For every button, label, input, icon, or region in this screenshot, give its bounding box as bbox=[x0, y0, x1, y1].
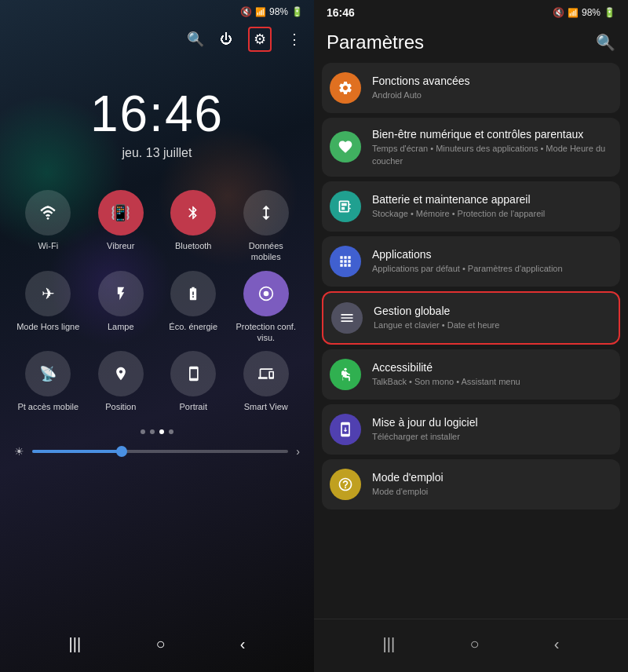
gestion-globale-icon bbox=[331, 302, 363, 334]
mode-emploi-icon bbox=[330, 469, 361, 500]
dot-3 bbox=[159, 429, 164, 434]
toggle-btn-battery-save[interactable] bbox=[170, 271, 216, 316]
signal-icon-right: 📶 bbox=[568, 8, 579, 18]
nav-home-button-right[interactable]: ○ bbox=[463, 629, 485, 659]
settings-list: Fonctions avancées Android Auto Bien-êtr… bbox=[314, 63, 628, 619]
toggle-item-wifi: Wi-Fi bbox=[16, 190, 81, 263]
toggle-btn-vibrate[interactable]: 📳 bbox=[98, 190, 144, 236]
gestion-globale-subtitle: Langue et clavier • Date et heure bbox=[374, 320, 611, 331]
toggle-item-flashlight: Lampe bbox=[89, 271, 154, 344]
batterie-icon bbox=[330, 191, 361, 222]
nav-recents-button-right[interactable]: ||| bbox=[377, 629, 402, 659]
toggle-label-battery-save: Éco. énergie bbox=[169, 321, 217, 332]
toggle-item-hotspot: 📡 Pt accès mobile bbox=[16, 351, 81, 412]
settings-item-mode-emploi[interactable]: Mode d'emploi Mode d'emploi bbox=[322, 459, 620, 509]
toggle-btn-portrait[interactable] bbox=[170, 351, 216, 396]
toggle-btn-data[interactable] bbox=[243, 190, 289, 236]
batterie-text: Batterie et maintenance appareil Stockag… bbox=[372, 192, 612, 221]
settings-search-button[interactable]: 🔍 bbox=[596, 33, 615, 52]
accessibilite-subtitle: TalkBack • Son mono • Assistant menu bbox=[372, 376, 612, 388]
mute-icon: 🔇 bbox=[240, 6, 252, 17]
settings-item-fonctions-avancees[interactable]: Fonctions avancées Android Auto bbox=[322, 63, 620, 113]
settings-item-applications[interactable]: Applications Applications par défaut • P… bbox=[322, 236, 620, 287]
dot-1 bbox=[141, 429, 145, 434]
signal-icon: 📶 bbox=[255, 7, 266, 17]
settings-item-mise-a-jour[interactable]: Mise à jour du logiciel Télécharger et i… bbox=[322, 404, 620, 455]
toggle-label-eye-comfort: Protection conf. visu. bbox=[234, 321, 299, 344]
left-panel: 🔇 📶 98% 🔋 🔍 ⏻ ⚙ ⋮ 16:46 jeu. 13 juillet bbox=[0, 0, 314, 672]
mode-emploi-subtitle: Mode d'emploi bbox=[372, 486, 612, 498]
more-quick-icon[interactable]: ⋮ bbox=[287, 31, 301, 48]
nav-home-button[interactable]: ○ bbox=[149, 629, 171, 659]
toggle-item-airplane: ✈ Mode Hors ligne bbox=[16, 271, 81, 344]
svg-point-0 bbox=[47, 217, 49, 220]
settings-quick-icon[interactable]: ⚙ bbox=[248, 27, 272, 52]
settings-item-gestion-globale[interactable]: Gestion globale Langue et clavier • Date… bbox=[322, 291, 620, 345]
battery-text-right: 98% bbox=[582, 7, 601, 18]
toggle-item-data: Données mobiles bbox=[234, 190, 299, 263]
mode-emploi-title: Mode d'emploi bbox=[372, 470, 612, 484]
accessibilite-title: Accessibilité bbox=[372, 360, 612, 374]
settings-item-batterie[interactable]: Batterie et maintenance appareil Stockag… bbox=[322, 181, 620, 232]
power-quick-icon[interactable]: ⏻ bbox=[220, 32, 232, 46]
gestion-globale-text: Gestion globale Langue et clavier • Date… bbox=[374, 304, 611, 332]
status-time-right: 16:46 bbox=[327, 6, 355, 19]
toggle-grid: Wi-Fi 📳 Vibreur Bluetooth Do bbox=[0, 166, 314, 423]
toggle-btn-wifi[interactable] bbox=[25, 190, 71, 236]
toggle-btn-smartview[interactable] bbox=[243, 351, 289, 396]
search-quick-icon[interactable]: 🔍 bbox=[187, 31, 204, 48]
toggle-label-portrait: Portrait bbox=[180, 401, 207, 412]
nav-recents-button[interactable]: ||| bbox=[63, 629, 88, 659]
mise-a-jour-icon bbox=[330, 414, 361, 445]
applications-icon bbox=[330, 246, 361, 277]
toggle-btn-flashlight[interactable] bbox=[98, 271, 144, 316]
nav-back-button-right[interactable]: ‹ bbox=[548, 629, 566, 659]
toggle-item-vibrate: 📳 Vibreur bbox=[89, 190, 154, 263]
fonctions-avancees-icon bbox=[330, 72, 361, 104]
toggle-item-portrait: Portrait bbox=[161, 351, 226, 412]
brightness-row: ☀ › bbox=[0, 440, 314, 462]
mise-a-jour-text: Mise à jour du logiciel Télécharger et i… bbox=[372, 415, 612, 444]
toggle-label-smartview: Smart View bbox=[244, 401, 288, 412]
settings-item-accessibilite[interactable]: Accessibilité TalkBack • Son mono • Assi… bbox=[322, 349, 620, 400]
toggle-btn-eye-comfort[interactable] bbox=[243, 271, 289, 316]
mode-emploi-text: Mode d'emploi Mode d'emploi bbox=[372, 470, 612, 499]
toggle-btn-airplane[interactable]: ✈ bbox=[25, 271, 71, 316]
brightness-expand-icon[interactable]: › bbox=[296, 445, 300, 458]
clock-time: 16:46 bbox=[0, 85, 314, 143]
bien-etre-subtitle: Temps d'écran • Minuteurs des applicatio… bbox=[372, 143, 612, 167]
batterie-subtitle: Stockage • Mémoire • Protection de l'app… bbox=[372, 208, 612, 220]
brightness-fill bbox=[32, 450, 122, 453]
battery-icon-right: 🔋 bbox=[604, 7, 615, 18]
applications-title: Applications bbox=[372, 247, 612, 261]
settings-title: Paramètres bbox=[327, 31, 424, 53]
toggle-label-airplane: Mode Hors ligne bbox=[16, 321, 79, 332]
toggle-btn-hotspot[interactable]: 📡 bbox=[25, 351, 71, 396]
nav-back-button[interactable]: ‹ bbox=[234, 629, 252, 659]
settings-item-bien-etre[interactable]: Bien-être numérique et contrôles parenta… bbox=[322, 118, 620, 177]
brightness-thumb bbox=[116, 446, 127, 457]
gestion-globale-title: Gestion globale bbox=[374, 304, 611, 318]
bien-etre-text: Bien-être numérique et contrôles parenta… bbox=[372, 127, 612, 167]
toggle-item-eye-comfort: Protection conf. visu. bbox=[234, 271, 299, 344]
settings-header: Paramètres 🔍 bbox=[314, 25, 628, 63]
dot-2 bbox=[150, 429, 155, 434]
battery-text: 98% bbox=[269, 6, 288, 17]
status-bar-left: 🔇 📶 98% 🔋 bbox=[0, 0, 314, 24]
brightness-track[interactable] bbox=[32, 450, 288, 453]
quick-actions-bar: 🔍 ⏻ ⚙ ⋮ bbox=[0, 24, 314, 61]
brightness-min-icon: ☀ bbox=[14, 445, 24, 458]
toggle-label-hotspot: Pt accès mobile bbox=[17, 401, 78, 412]
status-icons-left: 🔇 📶 98% 🔋 bbox=[240, 6, 303, 17]
svg-point-2 bbox=[263, 290, 268, 296]
clock-date: jeu. 13 juillet bbox=[0, 146, 314, 160]
battery-icon: 🔋 bbox=[291, 6, 303, 17]
fonctions-avancees-text: Fonctions avancées Android Auto bbox=[372, 74, 612, 102]
applications-text: Applications Applications par défaut • P… bbox=[372, 247, 612, 276]
toggle-item-battery-save: Éco. énergie bbox=[161, 271, 226, 344]
toggle-btn-location[interactable] bbox=[98, 351, 144, 396]
bottom-nav-left: ||| ○ ‹ bbox=[0, 619, 314, 672]
toggle-label-location: Position bbox=[105, 401, 136, 412]
toggle-label-bluetooth: Bluetooth bbox=[175, 240, 211, 251]
toggle-btn-bluetooth[interactable] bbox=[170, 190, 216, 236]
